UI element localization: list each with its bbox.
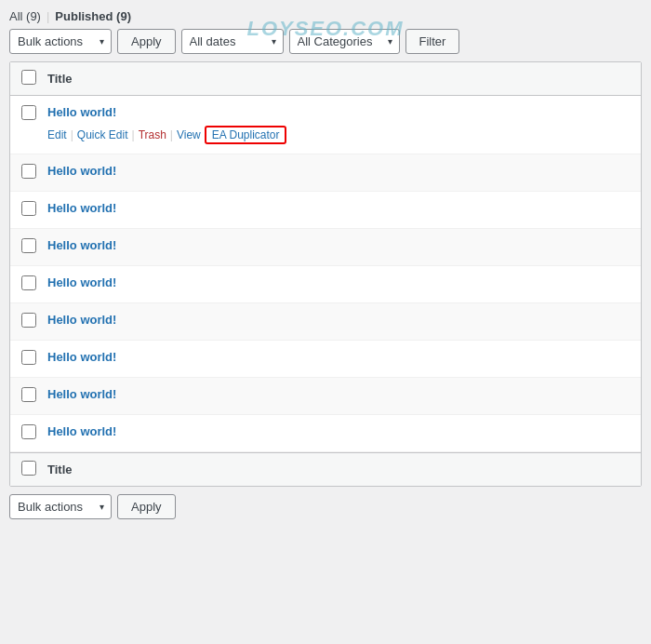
quick-edit-link[interactable]: Quick Edit	[77, 128, 128, 141]
table-row: Hello world!	[10, 303, 641, 341]
title-footer-label: Title	[47, 463, 73, 476]
select-all-footer-checkbox[interactable]	[21, 461, 36, 476]
all-dates-select[interactable]: All dates	[181, 29, 284, 54]
footer-checkbox-col	[21, 461, 47, 478]
table-row: Hello world! Edit | Quick Edit | Trash |…	[10, 96, 641, 154]
post-title-link[interactable]: Hello world!	[47, 424, 116, 438]
all-categories-select[interactable]: All Categories	[289, 29, 400, 54]
post-row-main: Hello world!	[21, 387, 630, 405]
row-checkbox-col	[21, 164, 47, 181]
all-dates-wrapper: All dates ▾	[181, 29, 284, 54]
posts-table: Title Hello world! Edit | Quick Edit | T…	[9, 61, 642, 487]
status-published[interactable]: Published (9)	[55, 9, 131, 23]
filter-button[interactable]: Filter	[405, 29, 460, 54]
post-row-main: Hello world!	[21, 201, 630, 219]
bottom-bulk-actions-wrapper: Bulk actions ▾	[9, 494, 112, 519]
table-row: Hello world!	[10, 266, 641, 303]
row-checkbox[interactable]	[21, 275, 36, 290]
row-checkbox-col	[21, 201, 47, 219]
status-bar: All (9) | Published (9)	[9, 9, 642, 23]
table-footer-row: Title	[10, 452, 641, 486]
row-checkbox[interactable]	[21, 424, 36, 439]
post-title-link[interactable]: Hello world!	[47, 201, 116, 215]
post-row-main: Hello world!	[21, 424, 630, 442]
table-row: Hello world!	[10, 229, 641, 266]
post-title-link[interactable]: Hello world!	[47, 164, 116, 178]
bottom-toolbar: Bulk actions ▾ Apply	[9, 494, 642, 519]
select-all-checkbox[interactable]	[21, 70, 36, 85]
title-column-footer: Title	[47, 463, 630, 476]
row-checkbox[interactable]	[21, 201, 36, 216]
row-checkbox[interactable]	[21, 164, 36, 179]
title-column-label: Title	[47, 72, 73, 86]
post-title-link[interactable]: Hello world!	[47, 313, 116, 327]
edit-link[interactable]: Edit	[47, 128, 67, 141]
post-row-main: Hello world!	[21, 164, 630, 181]
post-title-link[interactable]: Hello world!	[47, 105, 116, 119]
table-row: Hello world!	[10, 341, 641, 378]
post-row-main: Hello world!	[21, 350, 630, 368]
header-checkbox-col	[21, 70, 47, 87]
bulk-actions-wrapper: Bulk actions ▾	[9, 29, 112, 54]
row-checkbox[interactable]	[21, 105, 36, 120]
row-checkbox-col	[21, 238, 47, 256]
table-row: Hello world!	[10, 415, 641, 452]
post-title-link[interactable]: Hello world!	[47, 275, 116, 289]
bottom-apply-button[interactable]: Apply	[117, 494, 176, 519]
row-checkbox[interactable]	[21, 313, 36, 328]
status-all-link[interactable]: All (9)	[9, 9, 41, 23]
row-checkbox-col	[21, 350, 47, 368]
row-checkbox[interactable]	[21, 350, 36, 365]
table-header-row: Title	[10, 62, 641, 96]
ea-duplicator-button[interactable]: EA Duplicator	[205, 126, 287, 144]
post-row-main: Hello world!	[21, 275, 630, 293]
post-actions: Edit | Quick Edit | Trash | View EA Dupl…	[47, 126, 630, 144]
row-checkbox-col	[21, 387, 47, 405]
row-checkbox[interactable]	[21, 387, 36, 402]
post-row-main: Hello world!	[21, 238, 630, 256]
post-title-link[interactable]: Hello world!	[47, 350, 116, 364]
all-categories-wrapper: All Categories ▾	[289, 29, 400, 54]
status-divider: |	[46, 9, 49, 23]
post-title-link[interactable]: Hello world!	[47, 238, 116, 252]
trash-link[interactable]: Trash	[139, 128, 166, 141]
bulk-actions-select[interactable]: Bulk actions	[9, 29, 112, 54]
row-checkbox-col	[21, 105, 47, 123]
post-row-main: Hello world!	[21, 313, 630, 330]
row-checkbox-col	[21, 313, 47, 330]
apply-button[interactable]: Apply	[117, 29, 176, 54]
row-checkbox-col	[21, 275, 47, 293]
post-row-main: Hello world!	[21, 105, 630, 123]
table-row: Hello world!	[10, 154, 641, 192]
title-column-header: Title	[47, 72, 630, 86]
bottom-bulk-actions-select[interactable]: Bulk actions	[9, 494, 112, 519]
post-title-link[interactable]: Hello world!	[47, 387, 116, 401]
row-checkbox[interactable]	[21, 238, 36, 253]
toolbar: Bulk actions ▾ Apply All dates ▾ All Cat…	[9, 29, 642, 54]
table-row: Hello world!	[10, 192, 641, 229]
row-checkbox-col	[21, 424, 47, 442]
view-link[interactable]: View	[177, 128, 201, 141]
table-row: Hello world!	[10, 378, 641, 415]
